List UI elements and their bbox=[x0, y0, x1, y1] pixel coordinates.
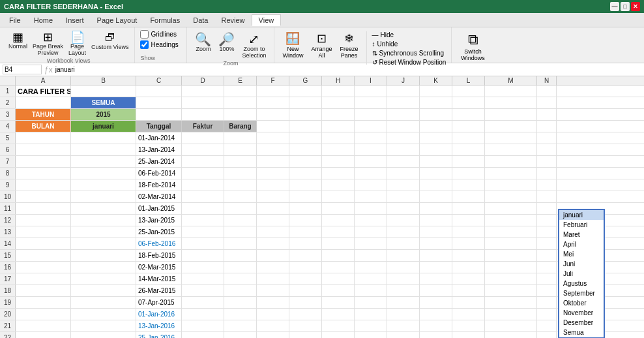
custom-views-button[interactable]: 🗗 Custom Views bbox=[89, 30, 130, 52]
cell-g9[interactable] bbox=[289, 179, 322, 191]
dropdown-item[interactable]: Mei bbox=[559, 249, 604, 259]
cell-c17[interactable]: 14-Mar-2015 bbox=[136, 273, 182, 284]
cell-n11[interactable] bbox=[537, 203, 557, 214]
cell-h8[interactable] bbox=[322, 168, 355, 179]
cell-c4-header[interactable]: Tanggal bbox=[136, 121, 182, 132]
cell-d8[interactable] bbox=[182, 168, 224, 179]
page-layout-button[interactable]: 📄 PageLayout bbox=[66, 30, 88, 57]
cell-l12[interactable] bbox=[452, 215, 485, 226]
cell-f4[interactable] bbox=[257, 121, 289, 132]
cell-f3[interactable] bbox=[257, 109, 289, 120]
cell-k14[interactable] bbox=[420, 238, 452, 249]
cell-l11[interactable] bbox=[452, 203, 485, 214]
zoom-button[interactable]: 🔍 Zoom bbox=[192, 31, 214, 54]
cell-c1[interactable] bbox=[136, 85, 182, 97]
cell-k15[interactable] bbox=[420, 250, 452, 261]
cell-c19[interactable]: 07-Apr-2015 bbox=[136, 297, 182, 308]
cell-k16[interactable] bbox=[420, 262, 452, 273]
cell-n7[interactable] bbox=[537, 156, 557, 167]
cell-n12[interactable] bbox=[537, 215, 557, 226]
cell-g5[interactable] bbox=[289, 132, 322, 144]
cell-a19[interactable] bbox=[16, 297, 71, 308]
cell-g15[interactable] bbox=[289, 250, 322, 261]
cell-g11[interactable] bbox=[289, 203, 322, 214]
cell-n3[interactable] bbox=[537, 109, 557, 120]
cell-c7[interactable]: 25-Jan-2014 bbox=[136, 156, 182, 167]
gridlines-check[interactable]: Gridlines bbox=[140, 30, 178, 38]
cell-h2[interactable] bbox=[322, 97, 355, 108]
new-window-button[interactable]: 🪟 NewWindow bbox=[280, 30, 306, 60]
cell-n10[interactable] bbox=[537, 191, 557, 202]
cell-a7[interactable] bbox=[16, 156, 71, 167]
col-header-n[interactable]: N bbox=[537, 76, 557, 85]
cell-k5[interactable] bbox=[420, 132, 452, 144]
cell-a13[interactable] bbox=[16, 226, 71, 238]
cell-m12[interactable] bbox=[485, 215, 537, 226]
cell-l7[interactable] bbox=[452, 156, 485, 167]
cell-n21[interactable] bbox=[537, 320, 557, 331]
cell-k13[interactable] bbox=[420, 226, 452, 238]
cell-i7[interactable] bbox=[355, 156, 387, 167]
cell-e1[interactable] bbox=[224, 85, 257, 97]
cell-l8[interactable] bbox=[452, 168, 485, 179]
cell-m10[interactable] bbox=[485, 191, 537, 202]
cell-a17[interactable] bbox=[16, 273, 71, 284]
cell-a11[interactable] bbox=[16, 203, 71, 214]
cell-l3[interactable] bbox=[452, 109, 485, 120]
dropdown-item[interactable]: januari bbox=[559, 210, 604, 220]
cell-j21[interactable] bbox=[387, 320, 420, 331]
cell-m17[interactable] bbox=[485, 273, 537, 284]
cell-h3[interactable] bbox=[322, 109, 355, 120]
cell-a20[interactable] bbox=[16, 309, 71, 320]
cell-b1[interactable] bbox=[71, 85, 136, 97]
cell-i20[interactable] bbox=[355, 309, 387, 320]
cell-i14[interactable] bbox=[355, 238, 387, 249]
cell-m5[interactable] bbox=[485, 132, 537, 144]
cell-c10[interactable]: 02-Mar-2014 bbox=[136, 191, 182, 202]
cell-d1[interactable] bbox=[182, 85, 224, 97]
cell-m22[interactable] bbox=[485, 332, 537, 338]
cell-m7[interactable] bbox=[485, 156, 537, 167]
cell-b22[interactable] bbox=[71, 332, 136, 338]
cell-g17[interactable] bbox=[289, 273, 322, 284]
cell-a15[interactable] bbox=[16, 250, 71, 261]
cell-n22[interactable] bbox=[537, 332, 557, 338]
zoom-to-selection-button[interactable]: ⤢ Zoom toSelection bbox=[239, 31, 269, 60]
cell-c13[interactable]: 25-Jan-2015 bbox=[136, 226, 182, 238]
cell-i17[interactable] bbox=[355, 273, 387, 284]
tab-review[interactable]: Review bbox=[214, 15, 251, 25]
cell-d6[interactable] bbox=[182, 144, 224, 155]
cell-f13[interactable] bbox=[257, 226, 289, 238]
cell-h4[interactable] bbox=[322, 121, 355, 132]
headings-check[interactable]: Headings bbox=[140, 40, 178, 49]
dropdown-item[interactable]: Juni bbox=[559, 259, 604, 269]
cell-g4[interactable] bbox=[289, 121, 322, 132]
cell-e9[interactable] bbox=[224, 179, 257, 191]
cell-e20[interactable] bbox=[224, 309, 257, 320]
col-header-l[interactable]: L bbox=[452, 76, 485, 85]
cell-n9[interactable] bbox=[537, 179, 557, 191]
cell-d9[interactable] bbox=[182, 179, 224, 191]
cell-b11[interactable] bbox=[71, 203, 136, 214]
cell-g10[interactable] bbox=[289, 191, 322, 202]
cell-g3[interactable] bbox=[289, 109, 322, 120]
cell-a4-bulan[interactable]: BULAN bbox=[16, 121, 71, 132]
cell-d11[interactable] bbox=[182, 203, 224, 214]
cell-f5[interactable] bbox=[257, 132, 289, 144]
cell-d12[interactable] bbox=[182, 215, 224, 226]
cell-j12[interactable] bbox=[387, 215, 420, 226]
cell-l9[interactable] bbox=[452, 179, 485, 191]
cell-m3[interactable] bbox=[485, 109, 537, 120]
cell-c22[interactable]: 25-Jan-2016 bbox=[136, 332, 182, 338]
cell-l22[interactable] bbox=[452, 332, 485, 338]
cell-f16[interactable] bbox=[257, 262, 289, 273]
cell-m1[interactable] bbox=[485, 85, 537, 97]
col-header-c[interactable]: C bbox=[136, 76, 182, 85]
close-button[interactable]: ✕ bbox=[631, 2, 640, 11]
cell-m15[interactable] bbox=[485, 250, 537, 261]
cell-n8[interactable] bbox=[537, 168, 557, 179]
dropdown-item[interactable]: Agustus bbox=[559, 279, 604, 288]
cell-k10[interactable] bbox=[420, 191, 452, 202]
cell-i10[interactable] bbox=[355, 191, 387, 202]
cell-a6[interactable] bbox=[16, 144, 71, 155]
